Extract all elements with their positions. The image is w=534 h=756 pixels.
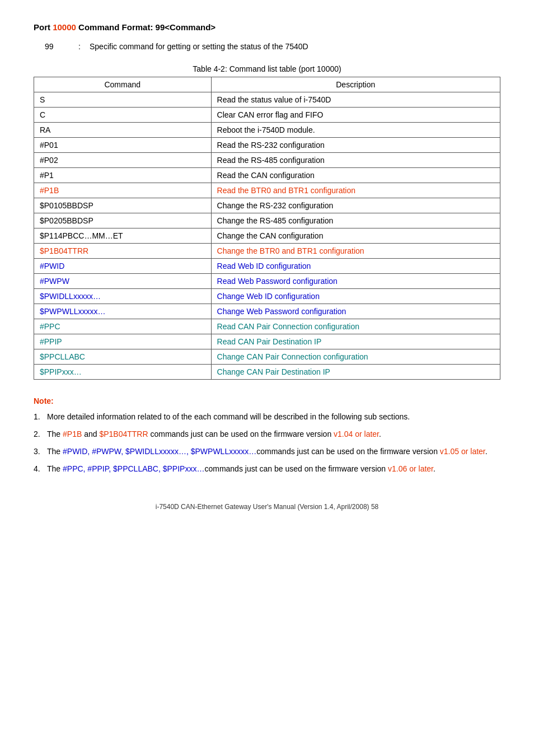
table-cell-cmd: $P114PBCC…MM…ET xyxy=(34,228,212,244)
table-cell-cmd: #P01 xyxy=(34,138,212,153)
table-cell-cmd: $P0205BBDSP xyxy=(34,213,212,228)
table-cell-cmd: S xyxy=(34,92,212,108)
command-format: 99<Command> xyxy=(153,22,216,32)
ref-p1b04ttrr: $P1B04TTRR xyxy=(99,430,148,438)
cmd-colon: : xyxy=(78,42,90,51)
table-cell-cmd: RA xyxy=(34,123,212,138)
table-cell-cmd: $PWPWLLxxxxx… xyxy=(34,304,212,319)
table-cell-desc: Read CAN Pair Destination IP xyxy=(211,334,500,349)
table-cell-cmd: C xyxy=(34,108,212,123)
table-row: #PWPWRead Web Password configuration xyxy=(34,274,500,289)
table-cell-cmd: #PWPW xyxy=(34,274,212,289)
table-cell-cmd: $P0105BBDSP xyxy=(34,198,212,213)
note-text-1: More detailed information related to of … xyxy=(47,411,500,423)
table-row: $P0205BBDSPChange the RS-485 configurati… xyxy=(34,213,500,228)
ref-v105: v1.05 or later xyxy=(440,447,485,456)
ref-v106: v1.06 or later xyxy=(388,464,433,473)
ref-ppc-group: #PPC, #PPIP, $PPCLLABC, $PPIPxxx… xyxy=(63,464,204,473)
table-row: #P1Read the CAN configuration xyxy=(34,168,500,183)
table-cell-desc: Read the CAN configuration xyxy=(211,168,500,183)
note-num-4: 4. xyxy=(34,463,47,475)
table-cell-desc: Read Web ID configuration xyxy=(211,259,500,274)
table-cell-cmd: #PPIP xyxy=(34,334,212,349)
note-section: Note: 1. More detailed information relat… xyxy=(34,396,500,475)
cmd-desc-text: Specific command for getting or setting … xyxy=(90,42,308,51)
table-cell-cmd: $PPIPxxx… xyxy=(34,365,212,380)
table-cell-cmd: #PWID xyxy=(34,259,212,274)
table-cell-desc: Reboot the i-7540D module. xyxy=(211,123,500,138)
table-row: $PPCLLABCChange CAN Pair Connection conf… xyxy=(34,349,500,365)
table-row: $PWIDLLxxxxx…Change Web ID configuration xyxy=(34,289,500,304)
table-cell-desc: Change the RS-232 configuration xyxy=(211,198,500,213)
table-header-row: Command Description xyxy=(34,77,500,92)
table-cell-desc: Read the RS-485 configuration xyxy=(211,153,500,168)
table-cell-desc: Change the RS-485 configuration xyxy=(211,213,500,228)
table-row: $P114PBCC…MM…ETChange the CAN configurat… xyxy=(34,228,500,244)
table-row: #P02Read the RS-485 configuration xyxy=(34,153,500,168)
table-section: Table 4-2: Command list table (port 1000… xyxy=(34,64,500,380)
table-cell-desc: Change CAN Pair Destination IP xyxy=(211,365,500,380)
col-description: Description xyxy=(211,77,500,92)
table-cell-desc: Read the status value of i-7540D xyxy=(211,92,500,108)
table-row: RAReboot the i-7540D module. xyxy=(34,123,500,138)
note-text-4: The #PPC, #PPIP, $PPCLLABC, $PPIPxxx…com… xyxy=(47,463,500,475)
table-row: #P1BRead the BTR0 and BTR1 configuration xyxy=(34,183,500,198)
note-text-2: The #P1B and $P1B04TTRR commands just ca… xyxy=(47,428,500,440)
header-section: Port 10000 Command Format: 99<Command> 9… xyxy=(34,22,500,51)
note-item-2: 2. The #P1B and $P1B04TTRR commands just… xyxy=(34,428,500,440)
note-num-2: 2. xyxy=(34,428,47,440)
table-cell-cmd: #P1B xyxy=(34,183,212,198)
footer-text: i-7540D CAN-Ethernet Gateway User's Manu… xyxy=(156,503,378,511)
note-item-3: 3. The #PWID, #PWPW, $PWIDLLxxxxx…, $PWP… xyxy=(34,446,500,458)
command-table: Command Description SRead the status val… xyxy=(34,77,500,380)
table-cell-desc: Change CAN Pair Connection configuration xyxy=(211,349,500,365)
cmd-number: 99 xyxy=(45,42,78,51)
table-cell-cmd: #P02 xyxy=(34,153,212,168)
table-cell-cmd: $PPCLLABC xyxy=(34,349,212,365)
note-text-3: The #PWID, #PWPW, $PWIDLLxxxxx…, $PWPWLL… xyxy=(47,446,500,458)
table-cell-cmd: #P1 xyxy=(34,168,212,183)
note-num-3: 3. xyxy=(34,446,47,458)
table-cell-desc: Change the BTR0 and BTR1 configuration xyxy=(211,244,500,259)
ref-v104: v1.04 or later xyxy=(334,430,379,438)
table-row: $PPIPxxx…Change CAN Pair Destination IP xyxy=(34,365,500,380)
port-title: Port 10000 Command Format: 99<Command> xyxy=(34,22,500,32)
table-caption: Table 4-2: Command list table (port 1000… xyxy=(34,64,500,73)
table-cell-cmd: #PPC xyxy=(34,319,212,334)
table-row: #P01Read the RS-232 configuration xyxy=(34,138,500,153)
note-item-1: 1. More detailed information related to … xyxy=(34,411,500,423)
table-cell-desc: Read Web Password configuration xyxy=(211,274,500,289)
note-list: 1. More detailed information related to … xyxy=(34,411,500,475)
table-row: $P1B04TTRRChange the BTR0 and BTR1 confi… xyxy=(34,244,500,259)
table-row: CClear CAN error flag and FIFO xyxy=(34,108,500,123)
table-row: $PWPWLLxxxxx…Change Web Password configu… xyxy=(34,304,500,319)
table-cell-desc: Read CAN Pair Connection configuration xyxy=(211,319,500,334)
ref-pwpwll: $PWPWLLxxxxx… xyxy=(191,447,256,456)
table-cell-desc: Change Web Password configuration xyxy=(211,304,500,319)
note-num-1: 1. xyxy=(34,411,47,423)
note-label: Note: xyxy=(34,396,500,405)
table-cell-desc: Read the RS-232 configuration xyxy=(211,138,500,153)
table-cell-desc: Change the CAN configuration xyxy=(211,228,500,244)
table-row: #PPCRead CAN Pair Connection configurati… xyxy=(34,319,500,334)
table-cell-desc: Read the BTR0 and BTR1 configuration xyxy=(211,183,500,198)
table-cell-cmd: $P1B04TTRR xyxy=(34,244,212,259)
col-command: Command xyxy=(34,77,212,92)
table-row: SRead the status value of i-7540D xyxy=(34,92,500,108)
port-number: 10000 xyxy=(53,22,76,32)
table-cell-cmd: $PWIDLLxxxxx… xyxy=(34,289,212,304)
footer: i-7540D CAN-Ethernet Gateway User's Manu… xyxy=(34,497,500,511)
table-cell-desc: Clear CAN error flag and FIFO xyxy=(211,108,500,123)
table-cell-desc: Change Web ID configuration xyxy=(211,289,500,304)
ref-pwid-group: #PWID, #PWPW, $PWIDLLxxxxx…, xyxy=(63,447,189,456)
command-desc-row: 99 : Specific command for getting or set… xyxy=(45,42,500,51)
port-label2: Command Format: xyxy=(76,22,153,32)
ref-p1b: #P1B xyxy=(63,430,82,438)
table-row: #PPIPRead CAN Pair Destination IP xyxy=(34,334,500,349)
table-row: $P0105BBDSPChange the RS-232 configurati… xyxy=(34,198,500,213)
note-item-4: 4. The #PPC, #PPIP, $PPCLLABC, $PPIPxxx…… xyxy=(34,463,500,475)
port-label: Port xyxy=(34,22,53,32)
table-row: #PWIDRead Web ID configuration xyxy=(34,259,500,274)
